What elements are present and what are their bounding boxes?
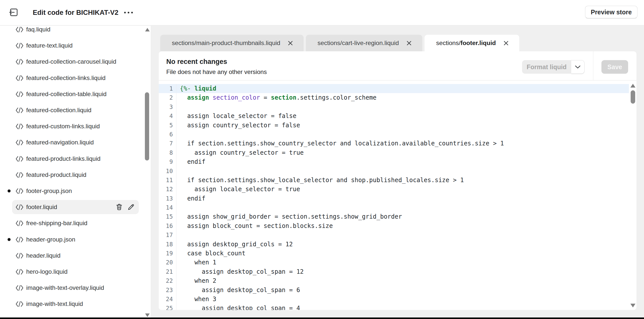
code-line-16[interactable]: 16 assign block_count = section.blocks.s… (159, 221, 629, 230)
code-line-23[interactable]: 23 assign desktop_col_span = 6 (159, 286, 629, 295)
sidebar-file-featured-navigation-liquid[interactable]: featured-navigation.liquid (0, 135, 151, 149)
line-number: 23 (159, 286, 176, 295)
code-line-10[interactable]: 10 (159, 167, 629, 176)
tab-cart-live-region-liquid[interactable]: sections/cart-live-region.liquid (306, 35, 422, 51)
pencil-icon (127, 203, 135, 211)
code-line-15[interactable]: 15 assign show_grid_border = section.set… (159, 212, 629, 221)
sidebar-scrollbar-thumb[interactable] (145, 92, 149, 161)
sidebar-file-header-group-json[interactable]: header-group.json (0, 232, 151, 247)
sidebar-file-footer-liquid[interactable]: footer.liquid (0, 200, 151, 214)
file-label: featured-product-links.liquid (26, 152, 101, 166)
code-editor: 1{%- liquid2 assign section_color = sect… (159, 81, 636, 310)
code-line-text: if section.settings.show_country_selecto… (176, 139, 504, 148)
preview-store-button[interactable]: Preview store (585, 6, 637, 18)
sidebar-file-featured-collection-carousel-liquid[interactable]: featured-collection-carousel.liquid (0, 55, 151, 69)
code-line-20[interactable]: 20 when 1 (159, 258, 629, 267)
sidebar-file-hero-logo-liquid[interactable]: hero-logo.liquid (0, 265, 151, 279)
code-line-3[interactable]: 3 (159, 102, 629, 111)
code-line-7[interactable]: 7 if section.settings.show_country_selec… (159, 139, 629, 148)
sidebar-scroll-down-arrow[interactable] (145, 313, 150, 317)
save-button[interactable]: Save (601, 60, 628, 74)
format-liquid-button[interactable]: Format liquid (522, 60, 571, 74)
code-line-18[interactable]: 18 assign desktop_grid_cols = 12 (159, 240, 629, 249)
line-number: 19 (159, 249, 176, 258)
editor-scroll-up-arrow[interactable] (630, 84, 635, 88)
sidebar-scroll-up-arrow[interactable] (145, 28, 150, 31)
code-line-21[interactable]: 21 assign desktop_col_span = 12 (159, 267, 629, 276)
code-line-8[interactable]: 8 assign country_selector = true (159, 148, 629, 157)
code-line-9[interactable]: 9 endif (159, 157, 629, 166)
code-line-5[interactable]: 5 assign country_selector = false (159, 121, 629, 130)
sidebar-file-footer-group-json[interactable]: footer-group.json (0, 184, 151, 198)
line-number: 11 (159, 176, 176, 185)
sidebar-file-image-with-text-overlay-liquid[interactable]: image-with-text-overlay.liquid (0, 281, 151, 295)
trash-icon (115, 203, 123, 211)
editor-scroll-down-arrow[interactable] (630, 304, 635, 307)
sidebar-file-location-inventory-in-stock-only-liquid[interactable]: location-inventory-in-stock-only.liquid (0, 313, 151, 317)
tab-close-button[interactable] (502, 39, 510, 47)
code-line-14[interactable]: 14 (159, 203, 629, 212)
version-status-subtitle: File does not have any other versions (166, 68, 267, 75)
tab-main-product-thumbnails-liquid[interactable]: sections/main-product-thumbnails.liquid (160, 35, 304, 51)
line-number: 8 (159, 148, 176, 157)
tab-close-button[interactable] (405, 39, 413, 47)
code-line-text: when 1 (176, 258, 216, 267)
code-file-icon (16, 43, 23, 49)
code-line-19[interactable]: 19 case block_count (159, 249, 629, 258)
file-label: faq.liquid (26, 26, 50, 36)
code-line-text: assign country_selector = true (176, 148, 304, 157)
code-line-6[interactable]: 6 (159, 130, 629, 139)
exit-code-editor-button[interactable] (8, 6, 20, 18)
delete-file-button[interactable] (115, 203, 123, 211)
tab-footer-liquid[interactable]: sections/footer.liquid (425, 35, 519, 51)
code-line-17[interactable]: 17 (159, 230, 629, 240)
sidebar-file-featured-collection-links-liquid[interactable]: featured-collection-links.liquid (0, 71, 151, 85)
file-label: hero-logo.liquid (26, 265, 68, 279)
file-label: footer.liquid (26, 200, 57, 214)
file-label: header.liquid (26, 249, 60, 263)
code-file-icon (16, 75, 23, 81)
code-line-text: assign desktop_col_span = 6 (176, 286, 300, 295)
code-line-25[interactable]: 25 assign desktop_col_span = 4 (159, 304, 629, 310)
line-number: 5 (159, 121, 176, 130)
editor-scrollbar-thumb[interactable] (631, 90, 635, 104)
code-line-2[interactable]: 2 assign section_color = section.setting… (159, 93, 629, 102)
line-number: 1 (159, 84, 176, 93)
code-line-4[interactable]: 4 assign locale_selector = false (159, 111, 629, 121)
code-line-text: when 3 (176, 295, 216, 304)
tab-label: sections/footer.liquid (436, 39, 496, 47)
code-file-icon (16, 285, 23, 291)
file-label: free-shipping-bar.liquid (26, 216, 87, 230)
code-file-icon (16, 172, 23, 178)
format-options-dropdown-button[interactable] (571, 60, 585, 74)
line-number: 7 (159, 139, 176, 148)
sidebar-file-feature-text-liquid[interactable]: feature-text.liquid (0, 38, 151, 53)
sidebar-file-featured-product-links-liquid[interactable]: featured-product-links.liquid (0, 152, 151, 166)
tab-label: sections/main-product-thumbnails.liquid (172, 39, 280, 47)
tab-close-button[interactable] (287, 39, 294, 47)
code-file-icon (16, 188, 23, 194)
code-line-22[interactable]: 22 when 2 (159, 276, 629, 285)
sidebar-file-featured-custom-links-liquid[interactable]: featured-custom-links.liquid (0, 119, 151, 133)
sidebar-file-featured-collection-table-liquid[interactable]: featured-collection-table.liquid (0, 87, 151, 101)
line-number: 21 (159, 267, 176, 276)
sidebar-file-header-liquid[interactable]: header.liquid (0, 249, 151, 263)
sidebar-file-free-shipping-bar-liquid[interactable]: free-shipping-bar.liquid (0, 216, 151, 230)
app-header: Edit code for BICHIKAT-V2 Preview store (0, 0, 644, 25)
sidebar-file-faq-liquid[interactable]: faq.liquid (0, 26, 151, 36)
code-file-icon (16, 156, 23, 162)
sidebar-file-featured-product-liquid[interactable]: featured-product.liquid (0, 168, 151, 182)
sidebar-file-featured-collection-liquid[interactable]: featured-collection.liquid (0, 103, 151, 117)
code-line-1[interactable]: 1{%- liquid (159, 84, 629, 93)
rename-file-button[interactable] (127, 203, 135, 211)
code-line-13[interactable]: 13 endif (159, 194, 629, 203)
code-line-11[interactable]: 11 if section.settings.show_locale_selec… (159, 176, 629, 185)
sidebar-file-image-with-text-liquid[interactable]: image-with-text.liquid (0, 297, 151, 311)
code-line-12[interactable]: 12 assign locale_selector = true (159, 185, 629, 194)
bottom-edge-strip (0, 317, 644, 319)
line-number: 9 (159, 157, 176, 166)
overflow-menu-button[interactable] (121, 8, 136, 18)
version-status-title: No recent changes (166, 58, 227, 66)
code-line-text: assign block_count = section.blocks.size (176, 221, 333, 230)
code-line-24[interactable]: 24 when 3 (159, 295, 629, 304)
